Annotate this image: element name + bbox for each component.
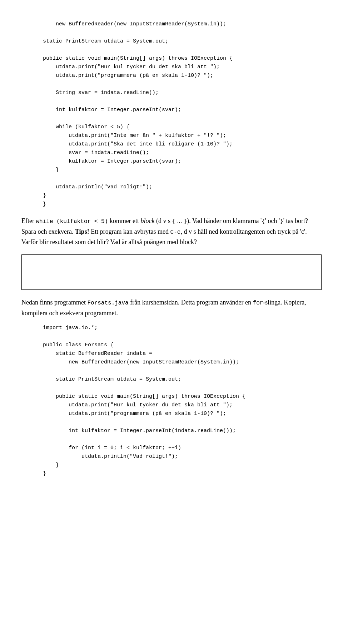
prose-bold-tips: Tips! <box>75 228 89 235</box>
code-block-1: new BufferedReader(new InputStreamReader… <box>43 20 322 209</box>
prose-paragraph-2: Nedan finns programmet Forsats.java från… <box>21 297 322 318</box>
prose-italic-block: block <box>141 217 155 224</box>
code-inline-brace-close-2: } <box>280 218 283 225</box>
code-inline-forsats: Forsats.java <box>87 300 128 306</box>
prose-text-1: Efter while (kulfaktor < 5) kommer ett b… <box>21 217 308 246</box>
prose-text-2: Nedan finns programmet Forsats.java från… <box>21 299 306 317</box>
code-inline-while: while (kulfaktor < 5) <box>36 218 108 225</box>
answer-box-1[interactable] <box>21 254 322 290</box>
code-section-1: new BufferedReader(new InputStreamReader… <box>21 20 322 209</box>
code-inline-brace-close: } <box>184 218 187 225</box>
code-inline-ctrl-c: C-c <box>170 229 181 236</box>
code-block-2: import java.io.*; public class Forsats {… <box>43 324 322 478</box>
code-inline-brace-open-2: { <box>262 218 265 225</box>
code-section-2: import java.io.*; public class Forsats {… <box>21 324 322 478</box>
code-inline-for: for <box>253 300 263 306</box>
code-inline-brace-open: { <box>172 218 176 225</box>
prose-paragraph-1: Efter while (kulfaktor < 5) kommer ett b… <box>21 216 322 247</box>
